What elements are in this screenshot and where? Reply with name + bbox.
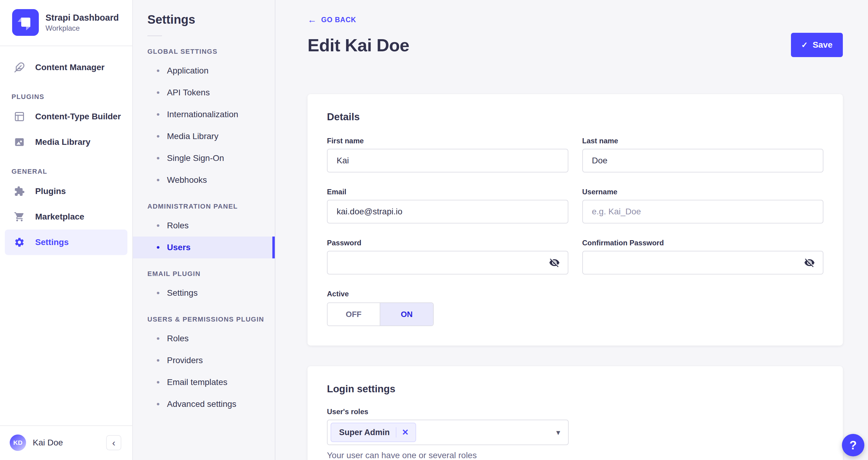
subnav-item-label: Webhooks xyxy=(167,175,207,185)
save-label: Save xyxy=(813,40,833,50)
brand-header: Strapi Dashboard Workplace xyxy=(0,0,132,46)
subnav-item-label: Application xyxy=(167,66,209,76)
bullet-icon: • xyxy=(156,288,160,297)
bullet-icon: • xyxy=(156,243,160,252)
confirmation-password-input[interactable] xyxy=(582,251,824,275)
subnav-item-label: Users xyxy=(167,242,191,252)
save-button[interactable]: ✓ Save xyxy=(791,33,843,57)
strapi-logo-icon xyxy=(12,9,39,36)
subnav-item-up-roles[interactable]: •Roles xyxy=(133,327,275,349)
subnav-item-label: Roles xyxy=(167,221,189,230)
users-roles-label: User's roles xyxy=(327,407,824,416)
subnav-item-api-tokens[interactable]: •API Tokens xyxy=(133,82,275,104)
subnav-item-label: Internationalization xyxy=(167,110,238,119)
details-title: Details xyxy=(327,111,824,123)
subnav-item-email-templates[interactable]: •Email templates xyxy=(133,371,275,393)
bullet-icon: • xyxy=(156,88,160,97)
nav-item-label: Settings xyxy=(35,237,68,247)
subnav-item-admin-roles[interactable]: •Roles xyxy=(133,215,275,236)
subnav-item-admin-users[interactable]: •Users xyxy=(133,236,275,258)
first-name-field: First name xyxy=(327,137,568,172)
subnav-item-label: Single Sign-On xyxy=(167,153,224,163)
question-mark-icon: ? xyxy=(849,438,857,452)
active-toggle: OFF ON xyxy=(327,303,434,326)
feather-icon xyxy=(13,61,26,74)
toggle-on-option[interactable]: ON xyxy=(380,303,433,325)
subnav-item-label: Settings xyxy=(167,288,198,298)
back-arrow-icon: ← xyxy=(308,15,317,25)
subnav-item-email-settings[interactable]: •Settings xyxy=(133,282,275,304)
first-name-input[interactable] xyxy=(327,149,568,172)
settings-subnav: Settings GLOBAL SETTINGS •Application •A… xyxy=(133,0,275,460)
bullet-icon: • xyxy=(156,154,160,163)
nav-item-plugins[interactable]: Plugins xyxy=(0,178,132,204)
toggle-off-option[interactable]: OFF xyxy=(328,303,380,325)
subnav-item-application[interactable]: •Application xyxy=(133,60,275,82)
subnav-item-label: Email templates xyxy=(167,377,227,387)
subnav-section-global-settings: GLOBAL SETTINGS xyxy=(147,48,275,56)
subnav-item-providers[interactable]: •Providers xyxy=(133,349,275,371)
subnav-item-label: Media Library xyxy=(167,132,219,141)
details-card: Details First name Last name Email xyxy=(308,94,843,346)
collapse-sidebar-button[interactable]: ‹ xyxy=(106,435,121,450)
app-title: Strapi Dashboard xyxy=(45,12,119,23)
password-field: Password xyxy=(327,239,568,275)
subnav-item-webhooks[interactable]: •Webhooks xyxy=(133,169,275,191)
subnav-item-label: Providers xyxy=(167,355,203,365)
subnav-title: Settings xyxy=(133,13,275,26)
subnav-item-label: API Tokens xyxy=(167,88,210,97)
username-input[interactable] xyxy=(582,200,824,224)
eye-off-icon[interactable] xyxy=(548,257,560,269)
bullet-icon: • xyxy=(156,66,160,75)
eye-off-icon[interactable] xyxy=(803,257,815,269)
password-input[interactable] xyxy=(327,251,568,275)
bullet-icon: • xyxy=(156,221,160,230)
nav-item-settings[interactable]: Settings xyxy=(5,230,127,255)
chevron-left-icon: ‹ xyxy=(112,438,116,448)
gear-icon xyxy=(13,236,26,248)
subnav-item-advanced-settings[interactable]: •Advanced settings xyxy=(133,393,275,415)
username-field: Username xyxy=(582,188,824,224)
email-label: Email xyxy=(327,188,568,196)
last-name-input[interactable] xyxy=(582,149,824,172)
bullet-icon: • xyxy=(156,400,160,409)
roles-help-text: Your user can have one or several roles xyxy=(327,451,824,460)
workspace-name: Workplace xyxy=(45,23,119,33)
email-input[interactable] xyxy=(327,200,568,224)
subnav-item-label: Roles xyxy=(167,334,189,343)
bullet-icon: • xyxy=(156,378,160,387)
main-content: ← GO BACK Edit Kai Doe ✓ Save Details Fi… xyxy=(275,0,868,460)
subnav-section-administration-panel: ADMINISTRATION PANEL xyxy=(147,203,275,210)
username-label: Username xyxy=(582,188,824,196)
bullet-icon: • xyxy=(156,132,160,141)
help-button[interactable]: ? xyxy=(842,434,864,456)
nav-item-label: Media Library xyxy=(35,137,90,147)
cart-icon xyxy=(13,211,26,223)
first-name-label: First name xyxy=(327,137,568,145)
nav-item-label: Content Manager xyxy=(35,62,105,72)
roles-select[interactable]: Super Admin ✕ ▾ xyxy=(327,420,569,445)
email-field: Email xyxy=(327,188,568,224)
user-name: Kai Doe xyxy=(33,438,63,448)
nav-item-content-type-builder[interactable]: Content-Type Builder xyxy=(0,104,132,130)
sidebar-footer: KD Kai Doe ‹ xyxy=(0,425,132,460)
main-sidebar: Strapi Dashboard Workplace Content Manag… xyxy=(0,0,133,460)
bullet-icon: • xyxy=(156,334,160,343)
last-name-field: Last name xyxy=(582,137,824,172)
subnav-item-single-sign-on[interactable]: •Single Sign-On xyxy=(133,147,275,169)
avatar: KD xyxy=(10,434,26,451)
go-back-link[interactable]: ← GO BACK xyxy=(308,15,356,25)
role-tag-label: Super Admin xyxy=(339,428,390,437)
subnav-section-email-plugin: EMAIL PLUGIN xyxy=(147,270,275,278)
subnav-item-label: Advanced settings xyxy=(167,399,237,409)
bullet-icon: • xyxy=(156,356,160,365)
layout-icon xyxy=(13,111,26,123)
subnav-item-media-library[interactable]: •Media Library xyxy=(133,125,275,147)
chevron-down-icon: ▾ xyxy=(556,428,560,437)
nav-item-content-manager[interactable]: Content Manager xyxy=(0,55,132,80)
password-label: Password xyxy=(327,239,568,247)
nav-item-media-library[interactable]: Media Library xyxy=(0,130,132,155)
nav-item-marketplace[interactable]: Marketplace xyxy=(0,204,132,230)
subnav-item-internationalization[interactable]: •Internationalization xyxy=(133,104,275,125)
remove-role-icon[interactable]: ✕ xyxy=(402,428,415,437)
